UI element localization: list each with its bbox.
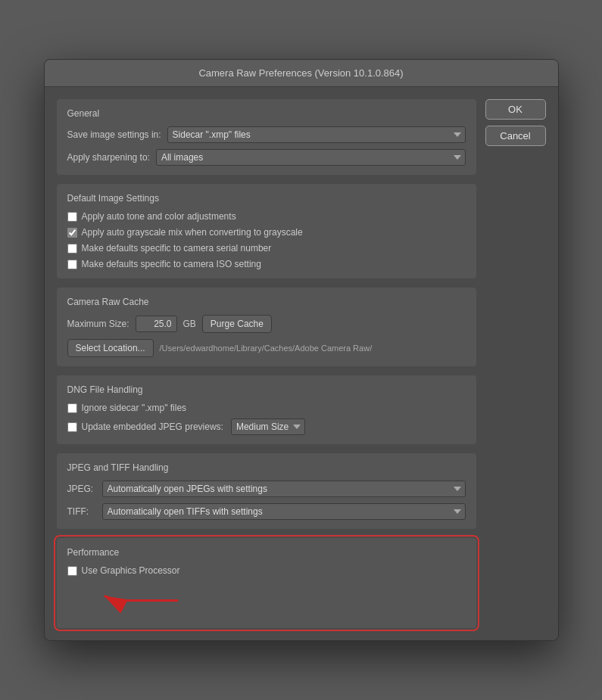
general-title: General <box>67 108 466 119</box>
performance-title: Performance <box>67 547 466 558</box>
max-size-input[interactable] <box>136 316 177 332</box>
tiff-select[interactable]: Automatically open TIFFs with settings A… <box>102 503 466 520</box>
jpeg-select[interactable]: Automatically open JPEGs with settings A… <box>102 481 466 497</box>
default-image-settings-title: Default Image Settings <box>67 193 466 204</box>
apply-sharpening-label: Apply sharpening to: <box>67 152 150 163</box>
ignore-sidecar-checkbox[interactable] <box>67 403 77 413</box>
section-general: General Save image settings in: Sidecar … <box>57 99 476 175</box>
checkbox-auto-grayscale: Apply auto grayscale mix when converting… <box>67 227 466 238</box>
checkbox-update-jpeg: Update embedded JPEG previews: Medium Si… <box>67 418 466 435</box>
camera-raw-preferences-dialog: Camera Raw Preferences (Version 10.1.0.8… <box>44 59 559 641</box>
select-location-button[interactable]: Select Location... <box>67 339 154 357</box>
use-graphics-processor-label: Use Graphics Processor <box>82 565 180 576</box>
iso-setting-checkbox[interactable] <box>67 260 77 269</box>
checkbox-auto-tone: Apply auto tone and color adjustments <box>67 211 466 222</box>
auto-grayscale-label: Apply auto grayscale mix when converting… <box>82 227 303 238</box>
checkbox-serial-number: Make defaults specific to camera serial … <box>67 243 466 254</box>
cache-path-row: Select Location... /Users/edwardhome/Lib… <box>67 339 466 357</box>
camera-raw-cache-title: Camera Raw Cache <box>67 297 466 307</box>
purge-cache-button[interactable]: Purge Cache <box>202 315 272 333</box>
jpeg-label: JPEG: <box>67 484 96 494</box>
dng-file-handling-title: DNG File Handling <box>67 384 466 395</box>
save-image-row: Save image settings in: Sidecar ".xmp" f… <box>67 126 466 143</box>
arrow-annotation <box>67 581 466 619</box>
iso-setting-label: Make defaults specific to camera ISO set… <box>82 259 261 269</box>
section-default-image-settings: Default Image Settings Apply auto tone a… <box>57 184 476 278</box>
tiff-row: TIFF: Automatically open TIFFs with sett… <box>67 503 466 520</box>
auto-grayscale-checkbox[interactable] <box>67 228 77 238</box>
auto-tone-checkbox[interactable] <box>67 212 77 222</box>
main-content: General Save image settings in: Sidecar … <box>57 99 476 628</box>
checkbox-ignore-sidecar: Ignore sidecar ".xmp" files <box>67 403 466 413</box>
ignore-sidecar-label: Ignore sidecar ".xmp" files <box>82 403 187 413</box>
serial-number-label: Make defaults specific to camera serial … <box>82 243 272 254</box>
update-jpeg-label: Update embedded JPEG previews: <box>82 422 223 432</box>
cache-path-text: /Users/edwardhome/Library/Caches/Adobe C… <box>160 344 373 353</box>
jpeg-row: JPEG: Automatically open JPEGs with sett… <box>67 481 466 497</box>
cancel-button[interactable]: Cancel <box>485 126 546 146</box>
apply-sharpening-row: Apply sharpening to: All images Preview … <box>67 149 466 166</box>
red-arrow-icon <box>90 581 181 619</box>
section-dng-file-handling: DNG File Handling Ignore sidecar ".xmp" … <box>57 375 476 444</box>
title-bar: Camera Raw Preferences (Version 10.1.0.8… <box>45 60 558 87</box>
save-image-select[interactable]: Sidecar ".xmp" files Camera Raw database <box>167 126 466 143</box>
ok-button[interactable]: OK <box>485 99 546 120</box>
serial-number-checkbox[interactable] <box>67 244 77 254</box>
side-buttons: OK Cancel <box>485 99 546 628</box>
section-camera-raw-cache: Camera Raw Cache Maximum Size: GB Purge … <box>57 288 476 366</box>
max-size-row: Maximum Size: GB Purge Cache <box>67 315 466 333</box>
jpeg-tiff-title: JPEG and TIFF Handling <box>67 462 466 473</box>
dialog-title: Camera Raw Preferences (Version 10.1.0.8… <box>198 67 403 79</box>
checkbox-use-graphics-processor: Use Graphics Processor <box>67 565 466 576</box>
update-jpeg-checkbox[interactable] <box>67 422 77 432</box>
checkbox-iso-setting: Make defaults specific to camera ISO set… <box>67 259 466 269</box>
apply-sharpening-select[interactable]: All images Preview images only <box>156 149 466 166</box>
max-size-label: Maximum Size: <box>67 319 129 329</box>
max-size-unit: GB <box>183 319 196 329</box>
use-graphics-processor-checkbox[interactable] <box>67 566 77 576</box>
tiff-label: TIFF: <box>67 506 96 517</box>
section-jpeg-tiff-handling: JPEG and TIFF Handling JPEG: Automatical… <box>57 453 476 529</box>
section-performance: Performance Use Graphics Processor <box>57 538 476 628</box>
save-image-label: Save image settings in: <box>67 129 161 140</box>
jpeg-preview-select[interactable]: Medium Size Full Size None <box>231 418 305 435</box>
auto-tone-label: Apply auto tone and color adjustments <box>82 211 236 222</box>
